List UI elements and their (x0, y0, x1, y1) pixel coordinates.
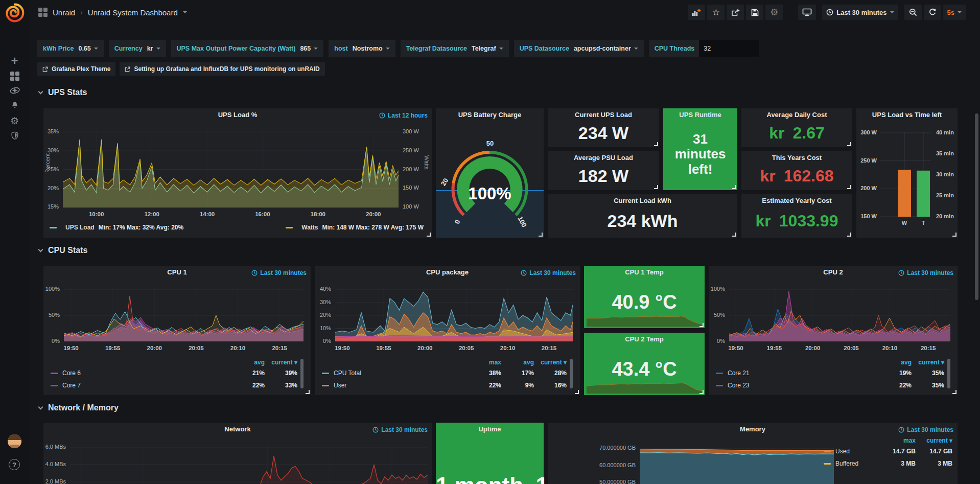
dashboard-link[interactable]: Grafana Plex Theme (37, 62, 115, 76)
memory-chart[interactable] (640, 444, 834, 484)
panel-title[interactable]: This Years Cost (741, 151, 852, 165)
legend-sort-column[interactable]: max (879, 437, 916, 444)
refresh-interval-picker[interactable]: 5s (943, 5, 966, 20)
alerting-bell-icon[interactable] (0, 98, 29, 112)
toolbar: ☆ ⚙ Last 30 minutes 5s (688, 5, 966, 20)
panel-title[interactable]: UPS Load % (43, 108, 432, 122)
y-tick-label: 25 min (936, 192, 959, 198)
variable-value-dropdown[interactable]: kr (147, 45, 160, 52)
panel-title[interactable]: UPS Runtime (663, 108, 737, 122)
panel-title[interactable]: CPU 2 Temp (584, 333, 705, 346)
variable-value-dropdown[interactable]: 0.65 (78, 45, 98, 52)
panel-ups-load: UPS Load % Last 12 hours Percent Watts U… (43, 108, 432, 238)
legend-series-name[interactable]: Core 23 (728, 382, 750, 389)
variable-value-label: 0.65 (78, 45, 90, 52)
legend-scrollbar[interactable] (300, 359, 304, 388)
page-scrollbar[interactable] (975, 113, 978, 300)
panel-time-range[interactable]: Last 30 minutes (521, 269, 576, 276)
variable-value-dropdown[interactable]: Nostromo (353, 45, 390, 52)
legend-series-name[interactable]: Core 21 (728, 370, 750, 377)
panel-title[interactable]: Memory (548, 423, 958, 436)
legend-series-name[interactable]: User (334, 382, 346, 389)
panel-time-range[interactable]: Last 12 hours (379, 112, 428, 119)
legend-sort-column[interactable]: avg (879, 359, 912, 366)
section-cpu-stats[interactable]: CPU Stats (39, 246, 87, 255)
legend-series-name[interactable]: UPS Load (65, 224, 95, 231)
time-range-picker[interactable]: Last 30 minutes (822, 5, 898, 20)
legend-sort-column[interactable]: avg (501, 359, 534, 366)
breadcrumb-app[interactable]: Unraid (53, 8, 75, 17)
legend-series-name[interactable]: Buffered (835, 460, 858, 467)
legend-sort-column[interactable]: current ▾ (534, 359, 567, 366)
user-avatar[interactable] (8, 434, 21, 448)
ups-load-chart[interactable] (63, 131, 399, 208)
share-button[interactable] (727, 5, 744, 20)
legend-sort-column[interactable]: current ▾ (912, 359, 944, 366)
cycle-view-monitor-button[interactable] (798, 5, 816, 20)
panel-title[interactable]: Average Daily Cost (741, 108, 852, 122)
section-ups-stats[interactable]: UPS Stats (39, 88, 87, 97)
explore-compass-icon[interactable] (0, 83, 29, 98)
cpu1-chart[interactable] (64, 287, 304, 341)
panel-time-range[interactable]: Last 30 minutes (898, 426, 953, 433)
create-icon[interactable]: + (0, 54, 29, 68)
legend-sort-column[interactable]: current ▾ (265, 359, 297, 366)
legend-series-name[interactable]: Core 6 (62, 370, 81, 377)
legend-series-name[interactable]: Used (835, 448, 850, 455)
x-tick-label: 19:50 (335, 345, 349, 351)
dashboard-title[interactable]: Unraid System Dashboard (88, 8, 178, 17)
ups-bars-chart[interactable] (880, 132, 931, 217)
star-button[interactable]: ☆ (707, 5, 725, 20)
y-tick-label: 40 min (936, 129, 959, 135)
help-icon[interactable]: ? (9, 459, 20, 470)
panel-title[interactable]: Current Load kWh (548, 194, 737, 208)
server-admin-shield-icon[interactable] (0, 128, 29, 143)
panel-title[interactable]: Current UPS Load (548, 108, 659, 122)
legend-value: 35% (912, 370, 944, 377)
panel-title[interactable]: UPS Load vs Time left (856, 108, 958, 122)
y-tick-label: 30 min (936, 171, 959, 177)
variable-value-dropdown[interactable]: 865 (300, 45, 318, 52)
dashboards-icon[interactable] (0, 69, 29, 83)
zoom-out-button[interactable] (904, 5, 922, 20)
legend-scrollbar[interactable] (947, 359, 950, 388)
variable-value-dropdown[interactable]: Telegraf (472, 45, 503, 52)
legend-scrollbar[interactable] (570, 359, 573, 388)
dashboard-settings-button[interactable]: ⚙ (765, 5, 783, 20)
x-tick-label: 18:00 (311, 211, 325, 217)
legend-series-name[interactable]: CPU Total (334, 370, 361, 377)
configuration-gear-icon[interactable]: ⚙ (0, 113, 29, 128)
legend-series-name[interactable]: Core 7 (62, 382, 81, 389)
panel-title[interactable]: UPS Battery Charge (436, 108, 544, 122)
variable-input[interactable]: 32 (699, 40, 759, 57)
cpu2-chart[interactable] (729, 287, 950, 341)
legend-value: 3 MB (879, 460, 916, 467)
panel-title[interactable]: Uptime (436, 423, 544, 436)
section-label: CPU Stats (48, 246, 87, 255)
panel-title[interactable]: CPU 1 Temp (584, 266, 705, 279)
panel-time-range[interactable]: Last 30 minutes (251, 269, 307, 276)
legend-sort-column[interactable]: max (469, 359, 501, 366)
variable-value-dropdown[interactable]: apcupsd-container (574, 45, 638, 52)
chevron-down-icon[interactable] (183, 11, 187, 13)
save-button[interactable] (746, 5, 763, 20)
legend-sort-column[interactable]: avg (232, 359, 265, 366)
panel-time-range[interactable]: Last 30 minutes (372, 426, 428, 433)
external-link-icon (42, 66, 48, 72)
refresh-button[interactable] (924, 5, 941, 20)
section-network-memory[interactable]: Network / Memory (39, 403, 119, 412)
variable-value-label: Telegraf (472, 45, 496, 52)
legend-series-name[interactable]: Watts (301, 224, 318, 231)
grafana-logo-icon[interactable] (4, 3, 25, 23)
legend-sort-column[interactable]: current ▾ (916, 437, 952, 444)
network-chart[interactable] (70, 444, 428, 484)
chevron-down-icon (38, 404, 43, 409)
panel-time-range[interactable]: Last 30 minutes (898, 269, 953, 276)
x-tick-label: 19:55 (105, 345, 120, 351)
y-tick-label: 200 W (856, 185, 877, 191)
cpu-package-chart[interactable] (335, 287, 573, 341)
add-panel-button[interactable] (688, 5, 705, 20)
panel-title[interactable]: Estimated Yearly Cost (741, 194, 852, 208)
dashboard-link[interactable]: Setting up Grafana and InfluxDB for UPS … (120, 62, 324, 76)
panel-title[interactable]: Average PSU Load (548, 151, 659, 165)
